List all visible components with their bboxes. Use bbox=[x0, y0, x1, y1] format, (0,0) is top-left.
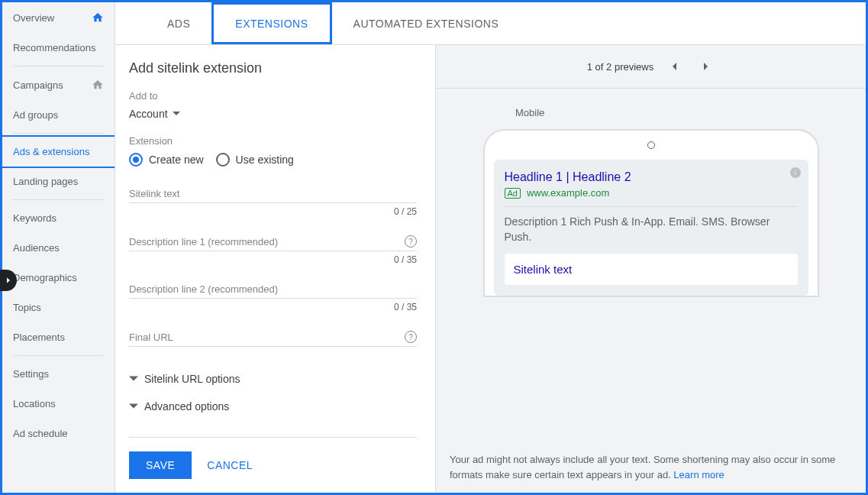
input-placeholder: Description line 1 (recommended) bbox=[129, 236, 405, 247]
sidebar-item-label: Keywords bbox=[13, 212, 56, 224]
sidebar: Overview Recommendations Campaigns Ad gr… bbox=[2, 2, 115, 493]
sidebar-item-landing-pages[interactable]: Landing pages bbox=[2, 167, 115, 196]
add-to-dropdown[interactable]: Account bbox=[129, 108, 417, 120]
help-icon[interactable]: ? bbox=[405, 235, 417, 247]
sidebar-item-audiences[interactable]: Audiences bbox=[2, 233, 115, 263]
collapsible-label: Advanced options bbox=[144, 400, 229, 412]
ad-url: www.example.com bbox=[527, 187, 609, 199]
sidebar-item-label: Overview bbox=[13, 12, 54, 24]
save-button[interactable]: SAVE bbox=[129, 451, 192, 479]
ad-headline: Headline 1 | Headline 2 bbox=[505, 170, 798, 184]
divider bbox=[13, 66, 104, 66]
preview-counter: 1 of 2 previews bbox=[587, 61, 653, 73]
radio-use-existing[interactable]: Use existing bbox=[216, 153, 294, 167]
divider bbox=[13, 133, 104, 134]
input-placeholder: Final URL bbox=[129, 332, 405, 343]
sidebar-item-label: Ad groups bbox=[13, 109, 58, 121]
sidebar-item-label: Audiences bbox=[13, 242, 60, 254]
chevron-down-icon bbox=[129, 374, 138, 383]
radio-icon bbox=[129, 153, 143, 167]
sidebar-item-label: Demographics bbox=[13, 272, 77, 283]
chevron-down-icon bbox=[173, 110, 180, 118]
description1-input[interactable]: Description line 1 (recommended) ? bbox=[129, 235, 417, 251]
input-placeholder: Sitelink text bbox=[129, 188, 417, 199]
divider bbox=[13, 355, 104, 356]
advanced-options-toggle[interactable]: Advanced options bbox=[129, 393, 417, 420]
sidebar-item-recommendations[interactable]: Recommendations bbox=[2, 33, 115, 63]
preview-panel: 1 of 2 previews Mobile i Hea bbox=[436, 45, 866, 493]
sidebar-item-label: Ad schedule bbox=[13, 428, 68, 439]
tabs: ADS EXTENSIONS AUTOMATED EXTENSIONS bbox=[115, 2, 866, 45]
sidebar-item-label: Locations bbox=[13, 398, 56, 409]
sidebar-item-settings[interactable]: Settings bbox=[2, 359, 115, 389]
chevron-right-icon bbox=[702, 63, 709, 70]
help-icon[interactable]: ? bbox=[405, 331, 417, 343]
phone-camera-icon bbox=[647, 141, 655, 149]
home-icon bbox=[92, 11, 104, 24]
form-panel: Add sitelink extension Add to Account Ex… bbox=[115, 45, 436, 493]
sidebar-item-label: Topics bbox=[13, 302, 41, 313]
sidebar-item-topics[interactable]: Topics bbox=[2, 293, 115, 322]
sidebar-item-label: Campaigns bbox=[13, 79, 63, 91]
divider bbox=[13, 199, 104, 200]
sidebar-item-label: Ads & extensions bbox=[13, 146, 89, 157]
sidebar-item-keywords[interactable]: Keywords bbox=[2, 203, 115, 233]
tab-ads[interactable]: ADS bbox=[146, 2, 211, 44]
divider bbox=[505, 206, 798, 207]
mobile-label: Mobile bbox=[515, 107, 544, 118]
sidebar-item-overview[interactable]: Overview bbox=[2, 2, 115, 33]
sidebar-item-ad-schedule[interactable]: Ad schedule bbox=[2, 419, 115, 448]
sidebar-item-label: Landing pages bbox=[13, 176, 78, 187]
home-icon bbox=[92, 79, 104, 91]
radio-icon bbox=[216, 153, 230, 167]
description2-input[interactable]: Description line 2 (recommended) bbox=[129, 283, 417, 299]
ad-preview-card: i Headline 1 | Headline 2 Ad www.example… bbox=[494, 160, 808, 296]
ad-badge: Ad bbox=[505, 188, 521, 199]
chevron-down-icon bbox=[129, 402, 138, 411]
preview-note: Your ad might not always include all you… bbox=[436, 442, 866, 493]
final-url-input[interactable]: Final URL ? bbox=[129, 331, 417, 347]
sitelink-url-options-toggle[interactable]: Sitelink URL options bbox=[129, 365, 417, 393]
tab-extensions[interactable]: EXTENSIONS bbox=[211, 2, 331, 44]
tab-automated-extensions[interactable]: AUTOMATED EXTENSIONS bbox=[332, 2, 521, 44]
add-to-label: Add to bbox=[129, 90, 417, 102]
next-preview-button[interactable] bbox=[696, 57, 715, 76]
sidebar-item-ads-extensions[interactable]: Ads & extensions bbox=[2, 135, 115, 168]
sidebar-item-label: Settings bbox=[13, 368, 49, 380]
dropdown-value: Account bbox=[129, 108, 168, 120]
sidebar-item-label: Recommendations bbox=[13, 42, 95, 53]
learn-more-link[interactable]: Learn more bbox=[673, 469, 724, 480]
phone-frame: i Headline 1 | Headline 2 Ad www.example… bbox=[483, 129, 819, 297]
sidebar-item-ad-groups[interactable]: Ad groups bbox=[2, 100, 115, 130]
sitelink-text-input[interactable]: Sitelink text bbox=[129, 188, 417, 203]
note-text: Your ad might not always include all you… bbox=[450, 454, 835, 480]
sidebar-item-locations[interactable]: Locations bbox=[2, 389, 115, 419]
ad-description: Description 1 Rich Push & In-App. Email.… bbox=[505, 215, 798, 244]
prev-preview-button[interactable] bbox=[666, 57, 684, 76]
sidebar-item-placements[interactable]: Placements bbox=[2, 322, 115, 352]
radio-label: Use existing bbox=[236, 154, 294, 166]
radio-create-new[interactable]: Create new bbox=[129, 153, 204, 167]
extension-label: Extension bbox=[129, 135, 417, 147]
char-counter: 0 / 25 bbox=[129, 206, 417, 217]
form-title: Add sitelink extension bbox=[129, 60, 417, 76]
ad-sitelink: Sitelink text bbox=[505, 254, 798, 285]
info-icon[interactable]: i bbox=[790, 167, 801, 178]
input-placeholder: Description line 2 (recommended) bbox=[129, 283, 417, 295]
sidebar-item-demographics[interactable]: Demographics bbox=[2, 263, 115, 293]
collapsible-label: Sitelink URL options bbox=[144, 373, 240, 385]
sidebar-item-campaigns[interactable]: Campaigns bbox=[2, 70, 115, 100]
radio-label: Create new bbox=[149, 154, 204, 166]
sidebar-item-label: Placements bbox=[13, 332, 65, 343]
chevron-left-icon bbox=[671, 63, 679, 70]
char-counter: 0 / 35 bbox=[129, 302, 417, 312]
char-counter: 0 / 35 bbox=[129, 254, 417, 265]
cancel-button[interactable]: CANCEL bbox=[207, 459, 253, 471]
